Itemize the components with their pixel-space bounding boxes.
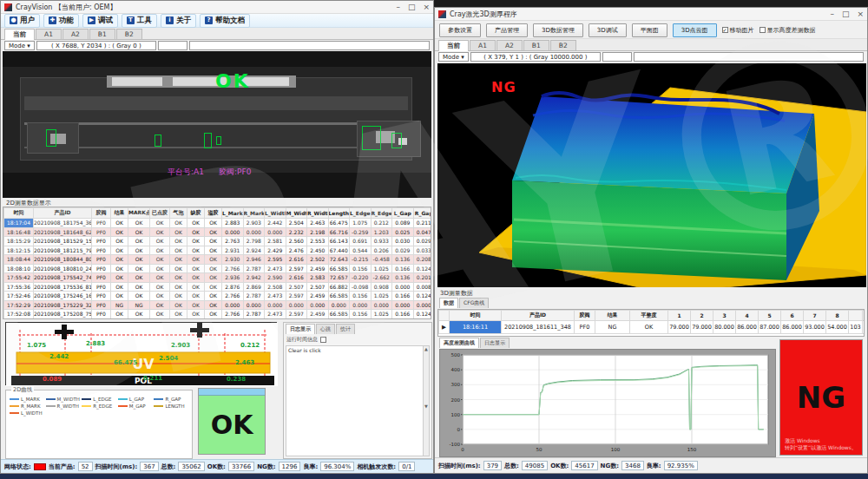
table-row[interactable]: 18:12:1520210908_181215_799PF0OKOKOKOKOK… (4, 246, 432, 255)
legend-item-r_mark: R_MARK (10, 404, 44, 409)
menu-item-about[interactable]: i关于 (161, 14, 196, 28)
cell-check: OK (128, 310, 150, 319)
camera-2d-view[interactable]: OK 平台号:A1 胶阀:PF0 (3, 51, 431, 198)
column-header (863, 311, 865, 321)
height-map-3d-view[interactable]: NG (437, 63, 865, 287)
log-tab-1[interactable]: 心跳 (316, 324, 335, 334)
tab-b1[interactable]: B1 (523, 40, 549, 50)
table-row[interactable]: 18:08:1020210908_180810_246PF0OKOKOKOKOK… (4, 264, 432, 273)
log-output[interactable]: Clear is click ▲▼ (286, 345, 430, 456)
data-tab-1[interactable]: CFG曲线 (459, 298, 489, 308)
cell-product-id: 20210908_175208_756 (34, 310, 92, 319)
menu-item-help-doc[interactable]: ?帮助文档 (200, 14, 250, 28)
tab-a1[interactable]: A1 (470, 40, 496, 50)
mode-dropdown[interactable]: Mode ▾ (438, 52, 469, 62)
close-button[interactable]: × (423, 3, 430, 11)
chart-tab-1[interactable]: 日志显示 (480, 338, 510, 348)
menu-item-tools[interactable]: T工具 (122, 14, 157, 28)
cell-check: OK (128, 227, 150, 237)
toolbar-button-4[interactable]: 平面图 (632, 23, 667, 37)
legend-label: M_GAP (129, 404, 146, 409)
right-titlebar: Cray激光3D测厚程序 – □ × (435, 8, 867, 21)
menu-item-debug[interactable]: ▶调试 (82, 14, 118, 28)
status-value: 33766 (228, 462, 254, 471)
cell-value: 0.000 (371, 300, 392, 310)
cell-value: 72.657 (328, 273, 350, 283)
cell-check: OK (187, 246, 205, 255)
cell-value: 2.616 (286, 255, 307, 265)
cell-value: 2.473 (265, 264, 286, 273)
table-row[interactable]: ▶18:16:1120210908_181611_348PF0NGOK79.00… (439, 321, 865, 334)
cell-check: OK (128, 282, 150, 292)
tab-a2[interactable]: A2 (62, 29, 89, 39)
table-row[interactable]: 18:08:4420210908_180844_802PF0OKOKOKOKOK… (4, 255, 432, 265)
cell-value: 0.908 (371, 282, 392, 292)
column-header (849, 311, 863, 321)
log-scrollbar[interactable]: ▲▼ (423, 346, 429, 456)
log-tab-0[interactable]: 日志显示 (286, 324, 315, 334)
table-row[interactable]: 17:55:4220210908_175542_747PF0OKOKOKOKOK… (4, 273, 432, 283)
chart-tab-0[interactable]: 高度差测曲线 (439, 338, 479, 348)
close-button[interactable]: × (857, 10, 864, 18)
cell-check: OK (128, 273, 150, 283)
status-value: 367 (140, 462, 158, 471)
table-row[interactable]: 18:15:2920210908_181529_152PF0OKOKOKOKOK… (4, 237, 432, 246)
checkbox-label: 移动图片 (730, 26, 754, 35)
cell-value: 2.597 (286, 310, 307, 319)
tab-b2[interactable]: B2 (116, 29, 142, 39)
minimize-button[interactable]: – (830, 10, 834, 18)
height-curve-chart[interactable]: -1000100200300400500050100150 (439, 349, 776, 457)
table-row[interactable]: 17:52:0820210908_175208_756PF0OKOKOKOKOK… (4, 310, 432, 319)
maximize-button[interactable]: □ (408, 3, 416, 11)
cell-value: 2.595 (265, 255, 286, 265)
cell-valve: PF0 (92, 300, 111, 310)
tab-b2[interactable]: B2 (550, 40, 576, 50)
cell-value: 0.201 (413, 273, 431, 283)
measurement-table-2d[interactable]: 时间产品ID胶阀结果MARK点已点胶气泡缺胶溢胶L_MarkR_MarkL_Wi… (3, 207, 431, 319)
runtime-info-checkbox[interactable] (320, 337, 326, 343)
cell-check: OK (170, 273, 187, 283)
table-scrollbar[interactable]: ⇅ (863, 321, 865, 334)
toolbar-button-3[interactable]: 3D调试 (589, 23, 627, 37)
toolbar-button-1[interactable]: 产品管理 (486, 23, 528, 37)
minimize-button[interactable]: – (396, 3, 400, 11)
maximize-button[interactable]: □ (842, 10, 850, 18)
toolbar-button-5[interactable]: 3D点云图 (673, 23, 717, 37)
column-header: 时间 (450, 311, 502, 321)
cell-value: 2.946 (243, 255, 265, 265)
cell-value: 0.000 (265, 227, 286, 237)
table-row[interactable]: 17:52:2920210908_175229_325PF0NGNGOKOKOK… (4, 300, 432, 310)
data-tab-0[interactable]: 数据 (439, 298, 458, 308)
tab-b1[interactable]: B1 (89, 29, 115, 39)
tab-a1[interactable]: A1 (36, 29, 62, 39)
tab-[interactable]: 当前 (438, 40, 469, 51)
table-row[interactable]: 18:16:4820210908_181648_626PF0OKOKOKOKOK… (4, 227, 432, 237)
measurement-table-3d[interactable]: 时间产品ID胶阀结果平整度12345678▶18:16:1120210908_1… (437, 309, 865, 337)
app-logo-icon (438, 10, 446, 18)
table-row[interactable]: 17:52:4620210908_175246_166PF0OKOKOKOKOK… (4, 292, 432, 301)
log-tab-2[interactable]: 统计 (336, 324, 355, 334)
tab-[interactable]: 当前 (4, 29, 35, 40)
menu-item-function[interactable]: ✚功能 (43, 14, 79, 28)
svg-text:300: 300 (451, 382, 461, 387)
cell-valve: PF0 (92, 255, 111, 265)
table-row[interactable]: 18:17:0420210908_181754_363PF0OKOKOKOKOK… (4, 219, 432, 228)
tab-a2[interactable]: A2 (496, 40, 523, 50)
mode-dropdown[interactable]: Mode ▾ (4, 41, 35, 50)
cell-time: 18:08:10 (4, 264, 34, 273)
table-row[interactable]: 17:55:3620210908_175536_810PF0OKOKOKOKOK… (4, 282, 432, 292)
menu-item-user[interactable]: ●用户 (4, 14, 40, 28)
cell-check: OK (150, 237, 170, 246)
toolbar-checkbox-0[interactable]: ✓移动图片 (722, 26, 754, 35)
cell-value: 0.000 (243, 227, 265, 237)
cell-valve: PF0 (92, 292, 111, 301)
cell-value: 0.124 (413, 264, 431, 273)
toolbar-checkbox-1[interactable]: 显示高度差测数据 (760, 26, 816, 35)
cell-check: OK (170, 310, 187, 319)
cell-value: 2.924 (243, 246, 265, 255)
cell-time: 18:16:11 (450, 321, 502, 334)
toolbar-button-2[interactable]: 3D数据管理 (533, 23, 583, 37)
chevron-down-icon: ▾ (461, 54, 464, 61)
cell-check: OK (128, 264, 150, 273)
toolbar-button-0[interactable]: 参数设置 (439, 23, 481, 37)
